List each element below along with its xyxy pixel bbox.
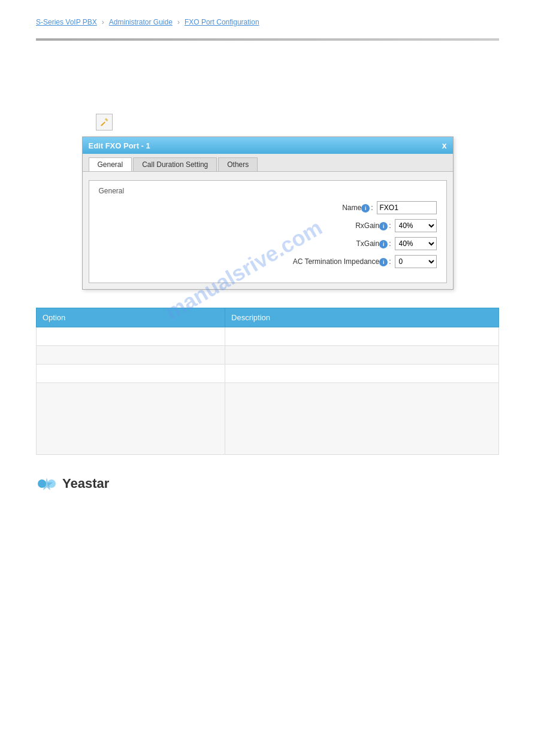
general-fieldset: General Namei: RxGaini: 40% 0% [89, 180, 447, 283]
table-row [37, 365, 499, 383]
breadcrumb-sep-1: › [102, 18, 104, 26]
page-wrapper: manualsrive.com S-Series VoIP PBX › Admi… [36, 18, 499, 494]
label-name: Namei: [342, 204, 373, 212]
dialog-body: General Namei: RxGaini: 40% 0% [83, 172, 453, 289]
label-rxgain: RxGaini: [355, 221, 391, 230]
dialog-close-button[interactable]: x [442, 141, 447, 150]
edit-fxo-dialog: Edit FXO Port - 1 x General Call Duratio… [82, 136, 454, 290]
table-cell-option [37, 346, 225, 365]
breadcrumb-sep-2: › [177, 18, 180, 26]
body-paragraph-3 [36, 92, 499, 105]
section-divider [36, 38, 499, 41]
label-txgain: TxGaini: [356, 239, 391, 248]
tab-call-duration-setting[interactable]: Call Duration Setting [133, 157, 217, 171]
select-txgain[interactable]: 40% 0% 10% 20% 30% 50% [395, 237, 437, 250]
info-icon-rxgain: i [379, 222, 388, 230]
table-header-row: Option Description [37, 308, 499, 327]
table-cell-description [225, 346, 499, 365]
yeastar-logo-icon [36, 473, 58, 494]
dialog-title: Edit FXO Port - 1 [89, 141, 150, 150]
select-ac-termination[interactable]: 0 1 2 3 [395, 255, 437, 268]
table-cell-option [37, 365, 225, 383]
breadcrumb-link-2[interactable]: Administrator Guide [109, 18, 173, 26]
breadcrumb: S-Series VoIP PBX › Administrator Guide … [36, 18, 499, 26]
label-ac-termination: AC Termination Impedancei: [293, 257, 391, 266]
table-cell-description [225, 327, 499, 346]
info-icon-txgain: i [379, 240, 388, 248]
fieldset-title: General [99, 187, 437, 195]
svg-rect-1 [105, 119, 108, 122]
table-cell-description [225, 365, 499, 383]
select-rxgain[interactable]: 40% 0% 10% 20% 30% 50% [395, 219, 437, 232]
table-cell-description [225, 383, 499, 455]
dialog-tabs: General Call Duration Setting Others [83, 154, 453, 172]
field-row-rxgain: RxGaini: 40% 0% 10% 20% 30% 50% [99, 219, 437, 232]
info-icon-ac-termination: i [379, 258, 388, 266]
breadcrumb-link-3[interactable]: FXO Port Configuration [185, 18, 259, 26]
field-row-name: Namei: [99, 201, 437, 214]
data-table: Option Description [36, 308, 499, 455]
field-row-ac-termination: AC Termination Impedancei: 0 1 2 3 [99, 255, 437, 268]
edit-button[interactable] [96, 114, 113, 130]
tab-general[interactable]: General [89, 157, 132, 171]
tab-others[interactable]: Others [218, 157, 258, 171]
dialog-titlebar: Edit FXO Port - 1 x [83, 137, 453, 154]
table-cell-option [37, 327, 225, 346]
body-paragraph-2 [36, 72, 499, 85]
edit-icon-wrap [96, 114, 499, 130]
input-name[interactable] [377, 201, 437, 214]
table-row [37, 383, 499, 455]
col-header-description: Description [225, 308, 499, 327]
col-header-option: Option [37, 308, 225, 327]
table-row [37, 327, 499, 346]
breadcrumb-link-1[interactable]: S-Series VoIP PBX [36, 18, 97, 26]
table-row [37, 346, 499, 365]
field-row-txgain: TxGaini: 40% 0% 10% 20% 30% 50% [99, 237, 437, 250]
footer-logo: Yeastar [36, 473, 499, 494]
table-cell-option [37, 383, 225, 455]
info-icon-name: i [361, 204, 370, 212]
body-paragraph-1 [36, 53, 499, 65]
logo-text: Yeastar [62, 476, 109, 491]
